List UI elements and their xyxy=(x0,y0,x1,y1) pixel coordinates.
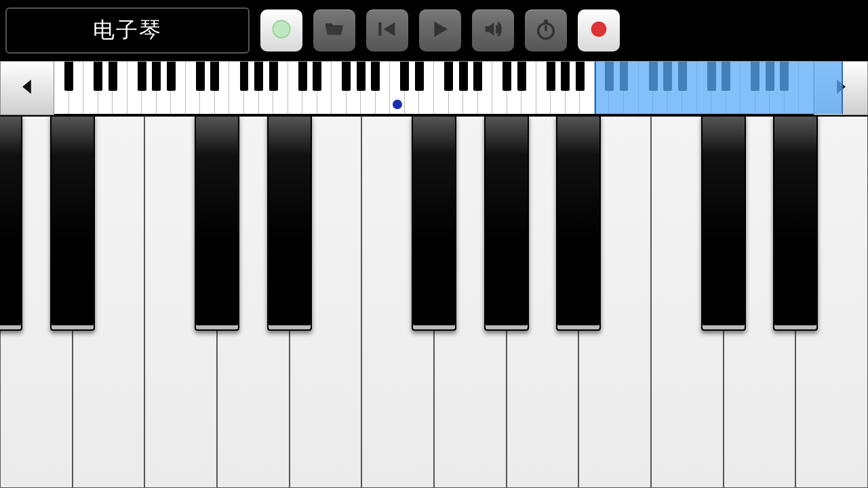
record-icon xyxy=(587,18,610,43)
speaker-icon xyxy=(481,18,505,43)
svg-rect-1 xyxy=(378,22,381,36)
instrument-select[interactable]: 电子琴 xyxy=(5,7,250,54)
volume-button[interactable] xyxy=(472,9,514,52)
minimap-black-key[interactable] xyxy=(444,62,453,91)
minimap-black-key[interactable] xyxy=(371,62,380,91)
minimap-black-key[interactable] xyxy=(313,62,321,91)
green-indicator-button[interactable] xyxy=(260,9,302,52)
minimap-black-key[interactable] xyxy=(576,62,585,91)
minimap-black-key[interactable] xyxy=(298,62,307,91)
minimap-black-key[interactable] xyxy=(502,62,511,91)
rewind-button[interactable] xyxy=(366,9,408,52)
minimap-black-key[interactable] xyxy=(547,62,555,91)
black-key[interactable] xyxy=(484,115,529,331)
minimap-black-key[interactable] xyxy=(269,62,278,91)
minimap-black-key[interactable] xyxy=(415,62,424,91)
minimap-black-key[interactable] xyxy=(342,62,351,91)
minimap-black-key[interactable] xyxy=(240,62,249,91)
black-key[interactable] xyxy=(195,115,239,331)
minimap-black-key[interactable] xyxy=(152,62,161,91)
tempo-button[interactable] xyxy=(525,9,567,52)
play-icon xyxy=(429,18,452,43)
minimap-black-key[interactable] xyxy=(357,62,366,91)
scroll-left-button[interactable] xyxy=(0,61,54,115)
svg-rect-3 xyxy=(544,20,548,22)
minimap-black-key[interactable] xyxy=(473,62,482,91)
black-key[interactable] xyxy=(556,115,601,331)
minimap-viewport[interactable] xyxy=(595,62,843,114)
minimap-row xyxy=(0,61,868,115)
toolbar: 电子琴 xyxy=(0,0,868,61)
main-keyboard xyxy=(0,115,868,488)
minimap-black-key[interactable] xyxy=(459,62,468,91)
svg-point-5 xyxy=(591,22,607,37)
record-button[interactable] xyxy=(578,9,620,52)
svg-point-0 xyxy=(273,20,290,38)
black-key[interactable] xyxy=(267,115,312,331)
black-key[interactable] xyxy=(50,115,95,331)
black-key[interactable] xyxy=(0,115,22,331)
minimap-black-key[interactable] xyxy=(517,62,526,91)
instrument-label: 电子琴 xyxy=(93,16,162,45)
minimap-black-key[interactable] xyxy=(196,62,205,91)
minimap-black-key[interactable] xyxy=(167,62,176,91)
minimap-black-key[interactable] xyxy=(210,62,219,91)
minimap-black-key[interactable] xyxy=(400,62,409,91)
open-file-button[interactable] xyxy=(313,9,355,52)
folder-open-icon xyxy=(323,18,346,43)
minimap-black-key[interactable] xyxy=(64,62,73,91)
minimap-black-key[interactable] xyxy=(108,62,117,91)
arrow-left-icon xyxy=(18,74,37,102)
minimap-black-key[interactable] xyxy=(254,62,263,91)
minimap-black-key[interactable] xyxy=(138,62,146,91)
minimap-black-key[interactable] xyxy=(561,62,570,91)
stopwatch-icon xyxy=(534,18,557,43)
play-button[interactable] xyxy=(419,9,461,52)
rewind-icon xyxy=(376,18,399,43)
black-key[interactable] xyxy=(773,115,818,331)
keyboard-minimap[interactable] xyxy=(54,61,814,115)
black-key[interactable] xyxy=(701,115,746,331)
minimap-black-key[interactable] xyxy=(94,62,102,91)
green-dot-icon xyxy=(270,18,293,43)
black-key[interactable] xyxy=(412,115,456,331)
